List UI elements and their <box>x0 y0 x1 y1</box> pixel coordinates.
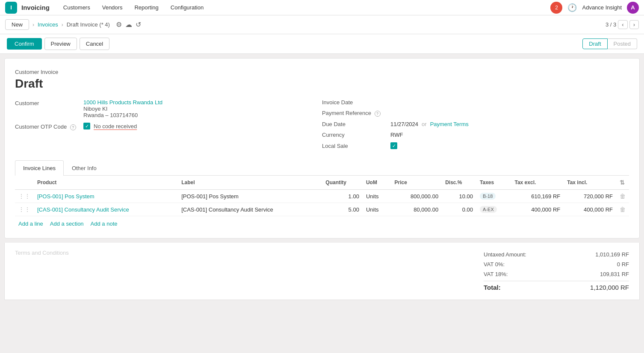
terms-label: Terms and Conditions <box>15 250 69 256</box>
drag-handle-1[interactable]: ⋮⋮ <box>18 193 30 200</box>
invoice-state: Draft <box>15 77 629 91</box>
product-link-2[interactable]: [CAS-001] Consultancy Audit Service <box>37 206 129 213</box>
reorder-icon[interactable]: ⇅ <box>620 179 625 186</box>
main-content: Customer Invoice Draft Customer 1000 Hil… <box>4 58 640 238</box>
totals-grid: Untaxed Amount: 1,010,169 RF VAT 0%: 0 R… <box>484 250 629 293</box>
new-button[interactable]: New <box>5 19 29 30</box>
product-link-1[interactable]: [POS-001] Pos System <box>37 193 95 200</box>
otp-question-icon[interactable]: ? <box>70 124 76 130</box>
nav-vendors[interactable]: Vendors <box>97 3 128 12</box>
next-arrow-button[interactable]: › <box>629 20 639 29</box>
breadcrumb-current: Draft Invoice (* 4) <box>67 21 110 28</box>
customer-label: Customer <box>15 99 83 106</box>
payment-ref-question-icon[interactable]: ? <box>375 111 381 117</box>
tax-badge-1: B-18 <box>480 193 496 200</box>
row1-disc: 10.00 <box>442 190 476 203</box>
or-text: or <box>422 121 427 127</box>
top-nav: I Invoicing Customers Vendors Reporting … <box>0 0 644 15</box>
tax-badge-2: A-EX <box>480 206 497 213</box>
payment-ref-label: Payment Reference ? <box>322 110 390 117</box>
th-label: Label <box>178 176 322 190</box>
row2-uom: Units <box>363 203 391 216</box>
customer-value: 1000 Hills Products Rwanda Ltd Niboye KI… <box>83 99 162 118</box>
terms-conditions: Terms and Conditions <box>15 250 69 256</box>
breadcrumb-invoices[interactable]: Invoices <box>38 21 58 28</box>
vat18-row: VAT 18%: 109,831 RF <box>484 269 629 279</box>
row1-uom: Units <box>363 190 391 203</box>
nav-reporting[interactable]: Reporting <box>129 3 163 12</box>
status-draft[interactable]: Draft <box>582 38 607 49</box>
vat18-label: VAT 18%: <box>484 271 508 277</box>
row2-qty: 5.00 <box>322 203 363 216</box>
preview-button[interactable]: Preview <box>44 38 77 50</box>
due-date-label: Due Date <box>322 121 390 127</box>
th-price: Price <box>391 176 442 190</box>
customer-name[interactable]: 1000 Hills Products Rwanda Ltd <box>83 99 162 106</box>
otp-value: ✓ No code received <box>83 123 137 129</box>
table-row: ⋮⋮ [POS-001] Pos System [POS-001] Pos Sy… <box>15 190 629 203</box>
summary-section: Terms and Conditions Untaxed Amount: 1,0… <box>4 243 640 300</box>
delete-row-2[interactable]: 🗑 <box>620 206 626 213</box>
tab-other-info[interactable]: Other Info <box>64 160 105 176</box>
form-right: Invoice Date Payment Reference ? Due Dat… <box>322 99 629 153</box>
form-left: Customer 1000 Hills Products Rwanda Ltd … <box>15 99 322 153</box>
add-section-link[interactable]: Add a section <box>50 221 84 227</box>
currency-label: Currency <box>322 132 390 138</box>
otp-checkbox[interactable]: ✓ <box>83 123 90 129</box>
add-line-link[interactable]: Add a line <box>18 221 43 227</box>
table-row: ⋮⋮ [CAS-001] Consultancy Audit Service [… <box>15 203 629 216</box>
th-tax-incl: Tax incl. <box>564 176 616 190</box>
clock-icon[interactable]: 🕐 <box>567 3 577 12</box>
customer-addr2: Rwanda – 103714760 <box>83 112 162 118</box>
invoice-date-label: Invoice Date <box>322 99 390 106</box>
delete-row-1[interactable]: 🗑 <box>620 193 626 200</box>
nav-configuration[interactable]: Configuration <box>165 3 209 12</box>
payment-terms-link[interactable]: Payment Terms <box>430 121 469 127</box>
tab-invoice-lines[interactable]: Invoice Lines <box>15 160 64 176</box>
breadcrumb-icons: ⚙ ☁ ↺ <box>116 21 141 29</box>
untaxed-label: Untaxed Amount: <box>484 251 526 258</box>
nav-right: 2 🕐 Advance Insight A <box>550 2 639 14</box>
otp-label: Customer OTP Code ? <box>15 123 83 130</box>
row1-tax-incl: 720,000 RF <box>564 190 616 203</box>
table-footer: Add a line Add a section Add a note <box>15 216 629 231</box>
refresh-icon[interactable]: ↺ <box>136 21 141 29</box>
breadcrumb-sep1: › <box>32 22 34 28</box>
row1-price: 800,000.00 <box>391 190 442 203</box>
user-avatar[interactable]: A <box>627 2 639 14</box>
th-taxes: Taxes <box>476 176 511 190</box>
nav-arrows: 3 / 3 ‹ › <box>606 20 639 29</box>
local-sale-checkbox[interactable]: ✓ <box>390 142 397 149</box>
nav-customers[interactable]: Customers <box>58 3 95 12</box>
form-grid: Customer 1000 Hills Products Rwanda Ltd … <box>15 99 629 153</box>
invoice-date-row: Invoice Date <box>322 99 629 106</box>
local-sale-label: Local Sale <box>322 143 390 149</box>
customer-row: Customer 1000 Hills Products Rwanda Ltd … <box>15 99 305 118</box>
settings-icon[interactable]: ⚙ <box>116 21 122 29</box>
otp-text: No code received <box>94 123 137 129</box>
invoice-type-label: Customer Invoice <box>15 69 629 75</box>
status-posted[interactable]: Posted <box>608 38 637 49</box>
nav-items: Customers Vendors Reporting Configuratio… <box>58 3 209 12</box>
cloud-icon[interactable]: ☁ <box>125 21 132 29</box>
vat18-value: 109,831 RF <box>600 271 629 277</box>
app-icon[interactable]: I <box>5 2 17 14</box>
otp-row: Customer OTP Code ? ✓ No code received <box>15 123 305 130</box>
row1-tax-excl: 610,169 RF <box>511 190 564 203</box>
confirm-button[interactable]: Confirm <box>7 38 42 50</box>
notification-button[interactable]: 2 <box>550 2 562 14</box>
prev-arrow-button[interactable]: ‹ <box>618 20 627 29</box>
cancel-button[interactable]: Cancel <box>80 38 109 50</box>
customer-addr1: Niboye KI <box>83 106 162 112</box>
currency-row: Currency RWF <box>322 132 629 138</box>
row2-label: [CAS-001] Consultancy Audit Service <box>178 203 322 216</box>
row2-tax: A-EX <box>476 203 511 216</box>
tabs: Invoice Lines Other Info <box>15 160 629 176</box>
drag-handle-2[interactable]: ⋮⋮ <box>18 206 30 213</box>
add-note-link[interactable]: Add a note <box>91 221 118 227</box>
untaxed-row: Untaxed Amount: 1,010,169 RF <box>484 250 629 259</box>
currency-value: RWF <box>390 132 403 138</box>
total-value: 1,120,000 RF <box>590 284 629 291</box>
th-tax-excl: Tax excl. <box>511 176 564 190</box>
advance-insight-link[interactable]: Advance Insight <box>582 4 622 11</box>
